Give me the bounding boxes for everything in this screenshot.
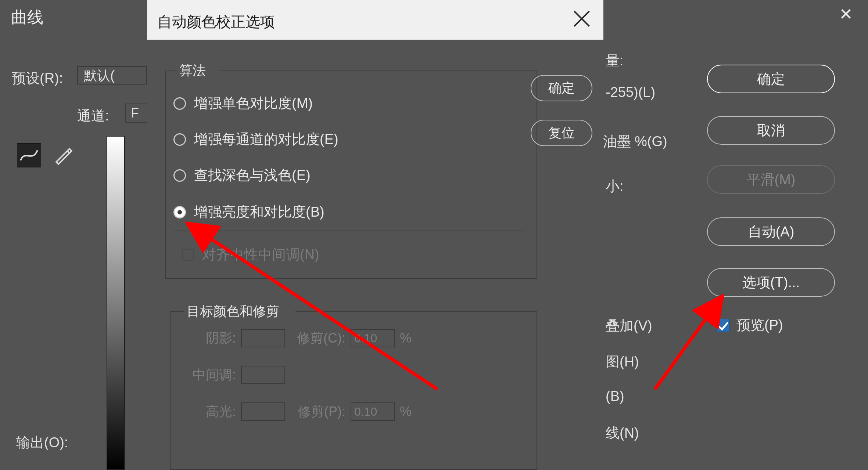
rightcol-partial-8: 线(N) bbox=[606, 424, 639, 442]
preset-dropdown[interactable]: 默认( bbox=[77, 66, 147, 85]
alg-option-label: 增强每通道的对比度(E) bbox=[194, 130, 338, 149]
midtone-label: 中间调: bbox=[184, 366, 236, 384]
output-label: 输出(O): bbox=[16, 433, 68, 452]
curves-auto-button[interactable]: 自动(A) bbox=[707, 217, 835, 246]
highlight-label: 高光: bbox=[184, 403, 236, 421]
shadow-label: 阴影: bbox=[184, 329, 236, 347]
snap-neutral-checkbox bbox=[182, 249, 194, 261]
preview-checkbox-row[interactable]: 预览(P) bbox=[717, 316, 783, 335]
curves-smooth-button: 平滑(M) bbox=[707, 165, 835, 194]
auto-color-close-button[interactable] bbox=[571, 8, 592, 29]
snap-neutral-row: 对齐中性中间调(N) bbox=[182, 245, 319, 264]
curves-close-button[interactable]: × bbox=[834, 3, 858, 26]
auto-color-dialog: 自动颜色校正选项 算法 增强单色对比度(M) 增强每通道的对比度(E) 查找深色… bbox=[147, 0, 603, 470]
clip-p-input[interactable] bbox=[351, 402, 395, 421]
auto-color-titlebar: 自动颜色校正选项 bbox=[147, 0, 603, 40]
percent-label: % bbox=[400, 330, 412, 346]
algorithm-divider bbox=[173, 231, 525, 231]
percent-label: % bbox=[400, 404, 412, 419]
channel-dropdown[interactable]: F bbox=[125, 104, 147, 123]
alg-option-brightness-contrast[interactable]: 增强亮度和对比度(B) bbox=[173, 203, 324, 221]
alg-option-find-dark-light[interactable]: 查找深色与浅色(E) bbox=[173, 166, 311, 185]
clip-c-input[interactable] bbox=[351, 329, 395, 347]
curve-draw-icon[interactable] bbox=[17, 143, 41, 167]
rightcol-partial-1: 量: bbox=[606, 51, 624, 70]
curve-tool-icons bbox=[17, 143, 75, 167]
midtone-swatch[interactable] bbox=[241, 366, 285, 384]
alg-option-label: 增强单色对比度(M) bbox=[194, 94, 313, 113]
preview-checkbox[interactable] bbox=[717, 319, 730, 332]
rightcol-partial-6: 图(H) bbox=[606, 352, 639, 371]
alg-option-per-channel[interactable]: 增强每通道的对比度(E) bbox=[173, 130, 338, 149]
channel-label: 通道: bbox=[77, 106, 109, 125]
curves-cancel-button[interactable]: 取消 bbox=[707, 116, 835, 145]
preset-label: 预设(R): bbox=[12, 69, 63, 88]
auto-reset-button[interactable]: 复位 bbox=[531, 120, 592, 146]
clip-c-label: 修剪(C): bbox=[290, 329, 345, 347]
curves-title: 曲线 bbox=[11, 7, 43, 28]
radio-icon[interactable] bbox=[173, 206, 186, 218]
clip-p-label: 修剪(P): bbox=[290, 403, 345, 421]
shadow-swatch[interactable] bbox=[241, 329, 285, 347]
curves-options-button[interactable]: 选项(T)... bbox=[707, 268, 835, 297]
rightcol-partial-2: -255)(L) bbox=[606, 84, 655, 100]
alg-option-label: 查找深色与浅色(E) bbox=[194, 166, 311, 185]
auto-color-title: 自动颜色校正选项 bbox=[157, 12, 275, 32]
rightcol-partial-5: 叠加(V) bbox=[606, 317, 652, 335]
highlight-swatch[interactable] bbox=[241, 402, 285, 421]
radio-icon[interactable] bbox=[173, 133, 186, 146]
auto-ok-button[interactable]: 确定 bbox=[531, 75, 592, 101]
preview-label: 预览(P) bbox=[736, 316, 783, 335]
rightcol-partial-7: (B) bbox=[606, 388, 624, 404]
output-gradient bbox=[107, 136, 125, 470]
alg-option-label: 增强亮度和对比度(B) bbox=[194, 203, 324, 221]
alg-option-mono[interactable]: 增强单色对比度(M) bbox=[173, 94, 313, 113]
midtone-row: 中间调: bbox=[184, 366, 285, 384]
radio-icon[interactable] bbox=[173, 169, 186, 182]
pencil-icon[interactable] bbox=[51, 143, 75, 167]
radio-icon[interactable] bbox=[173, 97, 186, 110]
rightcol-partial-3: /油墨 %(G) bbox=[599, 132, 667, 151]
curves-ok-button[interactable]: 确定 bbox=[707, 65, 835, 93]
highlight-row: 高光: 修剪(P): % bbox=[184, 402, 412, 421]
rightcol-partial-4: 小: bbox=[606, 177, 624, 196]
shadow-row: 阴影: 修剪(C): % bbox=[184, 329, 412, 347]
snap-neutral-label: 对齐中性中间调(N) bbox=[202, 245, 319, 264]
